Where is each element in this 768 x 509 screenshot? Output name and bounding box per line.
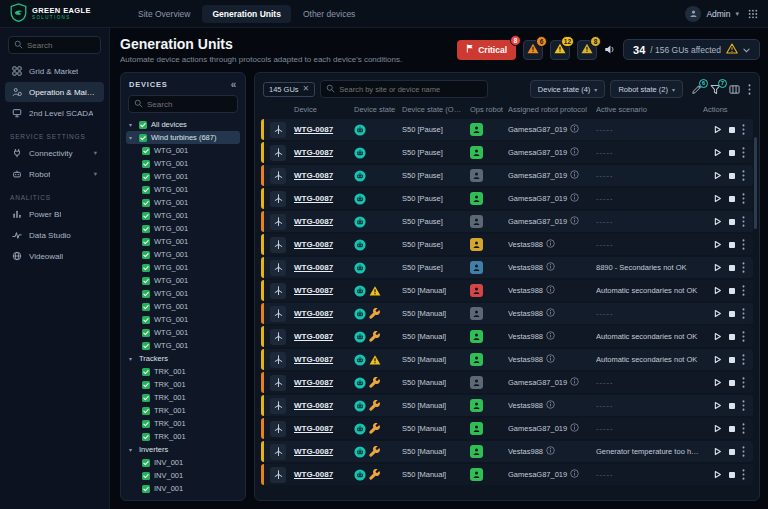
info-icon[interactable] (546, 446, 555, 457)
tab-other-devices[interactable]: Other devices (293, 5, 365, 23)
checkbox-checked[interactable] (142, 368, 150, 376)
table-row[interactable]: WTG-0087S50 [Manual]GamesaG87_019----- (261, 418, 753, 439)
info-icon[interactable] (546, 285, 555, 296)
tree-item-trk-001[interactable]: TRK_001 (126, 404, 240, 417)
row-menu-button[interactable] (742, 308, 745, 319)
device-link[interactable]: WTG-0087 (294, 263, 350, 272)
checkbox-checked[interactable] (142, 316, 150, 324)
table-row[interactable]: WTG-0087S50 [Pause]GamesaG87_019----- (261, 119, 753, 140)
checkbox-checked[interactable] (142, 186, 150, 194)
stop-button[interactable] (728, 218, 736, 226)
kebab-menu-icon[interactable] (748, 84, 751, 95)
checkbox-checked[interactable] (142, 173, 150, 181)
checkbox-checked[interactable] (142, 394, 150, 402)
play-button[interactable] (713, 309, 722, 318)
column-header-assigned-robot-protocol[interactable]: Assigned robot protocol (508, 105, 592, 114)
table-row[interactable]: WTG-0087S50 [Manual]Vestas988----- (261, 303, 753, 324)
close-icon[interactable]: ✕ (303, 85, 310, 93)
active-filter-chip[interactable]: 145 GUs ✕ (263, 82, 315, 97)
table-row[interactable]: WTG-0087S50 [Manual]Vestas988Generator t… (261, 441, 753, 462)
row-menu-button[interactable] (742, 377, 745, 388)
info-icon[interactable] (570, 423, 579, 434)
sidebar-item-data-studio[interactable]: Data Studio (5, 225, 104, 245)
checkbox-checked[interactable] (142, 472, 150, 480)
play-button[interactable] (713, 424, 722, 433)
checkbox-checked[interactable] (142, 160, 150, 168)
column-header-device[interactable]: Device (294, 105, 350, 114)
row-menu-button[interactable] (742, 423, 745, 434)
info-icon[interactable] (546, 354, 555, 365)
row-menu-button[interactable] (742, 239, 745, 250)
info-icon[interactable] (570, 124, 579, 135)
column-header-device-state[interactable]: Device state (354, 105, 398, 114)
stop-button[interactable] (728, 448, 736, 456)
sidebar-item-power-bi[interactable]: Power BI (5, 204, 104, 224)
device-link[interactable]: WTG-0087 (294, 286, 350, 295)
tree-item-trk-001[interactable]: TRK_001 (126, 417, 240, 430)
tab-site-overview[interactable]: Site Overview (128, 5, 200, 23)
tree-item-trk-001[interactable]: TRK_001 (126, 378, 240, 391)
warning-alert-chip[interactable]: 12 (550, 40, 570, 60)
sidebar-item-grid-market[interactable]: Grid & Market (5, 61, 104, 81)
play-button[interactable] (713, 447, 722, 456)
info-icon[interactable] (570, 147, 579, 158)
info-icon[interactable] (570, 377, 579, 388)
tree-item-wtg-001[interactable]: WTG_001 (126, 222, 240, 235)
stop-button[interactable] (728, 241, 736, 249)
row-menu-button[interactable] (742, 262, 745, 273)
tree-item-wtg-001[interactable]: WTG_001 (126, 313, 240, 326)
checkbox-checked[interactable] (142, 342, 150, 350)
row-menu-button[interactable] (742, 469, 745, 480)
play-button[interactable] (713, 355, 722, 364)
tree-item-wtg-001[interactable]: WTG_001 (126, 235, 240, 248)
column-header-actions[interactable]: Actions (703, 105, 747, 114)
sidebar-item-robot[interactable]: Robot▾ (5, 164, 104, 184)
table-row[interactable]: WTG-0087S50 [Pause]Vestas988----- (261, 234, 753, 255)
checkbox-checked[interactable] (142, 381, 150, 389)
tree-item-wtg-001[interactable]: WTG_001 (126, 144, 240, 157)
row-menu-button[interactable] (742, 147, 745, 158)
tree-item-trk-001[interactable]: TRK_001 (126, 391, 240, 404)
stop-button[interactable] (728, 126, 736, 134)
info-icon[interactable] (546, 331, 555, 342)
tree-item-inv-001[interactable]: INV_001 (126, 469, 240, 482)
table-row[interactable]: WTG-0087S50 [Manual]Vestas988Automatic s… (261, 326, 753, 347)
tree-item-wtg-001[interactable]: WTG_001 (126, 157, 240, 170)
filter-icon[interactable]: 7 (710, 84, 721, 95)
sidebar-item-videowall[interactable]: Videowall (5, 246, 104, 266)
stop-button[interactable] (728, 195, 736, 203)
tree-item-wtg-001[interactable]: WTG_001 (126, 209, 240, 222)
checkbox-checked[interactable] (142, 147, 150, 155)
table-row[interactable]: WTG-0087S50 [Pause]GamesaG87_019----- (261, 142, 753, 163)
filter-device-state-4[interactable]: Device state (4)▾ (530, 80, 606, 98)
checkbox-checked[interactable] (139, 121, 147, 129)
checkbox-checked[interactable] (142, 264, 150, 272)
table-row[interactable]: WTG-0087S50 [Pause]Vestas9888890 - Secon… (261, 257, 753, 278)
play-button[interactable] (713, 194, 722, 203)
tree-item-wtg-001[interactable]: WTG_001 (126, 183, 240, 196)
table-row[interactable]: WTG-0087S50 [Pause]GamesaG87_019----- (261, 165, 753, 186)
info-icon[interactable] (546, 262, 555, 273)
info-icon[interactable] (570, 193, 579, 204)
checkbox-checked[interactable] (142, 212, 150, 220)
row-menu-button[interactable] (742, 400, 745, 411)
column-header-ops-robot[interactable]: Ops robot (470, 105, 504, 114)
table-row[interactable]: WTG-0087S50 [Manual]Vestas988----- (261, 395, 753, 416)
play-button[interactable] (713, 125, 722, 134)
device-link[interactable]: WTG-0087 (294, 217, 350, 226)
row-menu-button[interactable] (742, 124, 745, 135)
stop-button[interactable] (728, 310, 736, 318)
checkbox-checked[interactable] (142, 238, 150, 246)
checkbox-checked[interactable] (142, 407, 150, 415)
table-row[interactable]: WTG-0087S50 [Manual]GamesaG87_019----- (261, 372, 753, 393)
row-menu-button[interactable] (742, 285, 745, 296)
device-link[interactable]: WTG-0087 (294, 171, 350, 180)
tree-item-trk-001[interactable]: TRK_001 (126, 365, 240, 378)
table-row[interactable]: WTG-0087S50 [Manual]GamesaG87_019----- (261, 464, 753, 485)
sidebar-item-operation-maintenance[interactable]: Operation & Maintenance (5, 82, 104, 102)
collapse-panel-icon[interactable]: « (231, 79, 237, 90)
device-link[interactable]: WTG-0087 (294, 470, 350, 479)
play-button[interactable] (713, 286, 722, 295)
column-header-device-state-oem[interactable]: Device state (OEM) (402, 105, 466, 114)
info-icon[interactable] (570, 170, 579, 181)
